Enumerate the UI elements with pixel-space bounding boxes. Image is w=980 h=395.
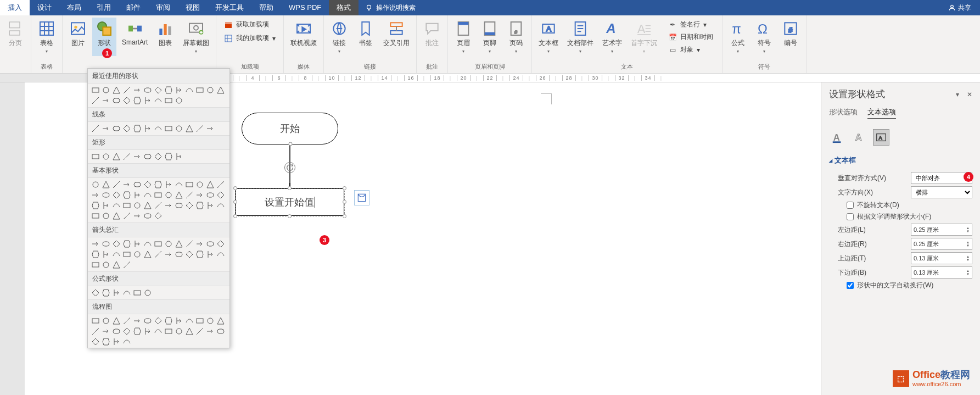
shape-gallery-item[interactable] bbox=[91, 152, 100, 162]
shape-gallery-item[interactable] bbox=[101, 288, 111, 298]
shape-gallery-item[interactable] bbox=[164, 152, 173, 162]
resize-handle-nw[interactable] bbox=[233, 186, 237, 190]
shape-gallery-item[interactable] bbox=[101, 152, 111, 162]
tab-references[interactable]: 引用 bbox=[89, 0, 119, 15]
shape-gallery-item[interactable] bbox=[153, 85, 163, 95]
shape-gallery-item[interactable] bbox=[205, 249, 215, 259]
shape-gallery-item[interactable] bbox=[216, 180, 226, 190]
shape-gallery-item[interactable] bbox=[143, 316, 153, 326]
object-button[interactable]: ▭对象▾ bbox=[665, 44, 716, 55]
section-textbox[interactable]: 文本框 bbox=[829, 155, 972, 165]
tab-view[interactable]: 视图 bbox=[178, 0, 208, 15]
shape-gallery-item[interactable] bbox=[153, 152, 163, 162]
shape-gallery-item[interactable] bbox=[184, 326, 194, 336]
shape-gallery-item[interactable] bbox=[122, 326, 132, 336]
shape-gallery-item[interactable] bbox=[101, 201, 111, 210]
shape-gallery-item[interactable] bbox=[216, 190, 226, 200]
shape-gallery-item[interactable] bbox=[122, 201, 132, 210]
layout-options-button[interactable] bbox=[354, 190, 369, 205]
resize-handle-n[interactable] bbox=[288, 186, 292, 190]
shape-gallery-item[interactable] bbox=[101, 190, 111, 200]
shape-gallery-item[interactable] bbox=[91, 211, 100, 221]
wordart-button[interactable]: A 艺术字 ▾ bbox=[599, 18, 625, 56]
margin-left-input[interactable]: 0.25 厘米▲▼ bbox=[911, 224, 972, 236]
shape-gallery-item[interactable] bbox=[91, 316, 100, 326]
shape-gallery-item[interactable] bbox=[164, 201, 173, 210]
shape-gallery-item[interactable] bbox=[164, 249, 173, 259]
shape-gallery-item[interactable] bbox=[174, 180, 184, 190]
shape-gallery-item[interactable] bbox=[132, 249, 142, 259]
shape-gallery-item[interactable] bbox=[122, 288, 132, 298]
tab-wpspdf[interactable]: WPS PDF bbox=[281, 0, 329, 15]
shape-gallery-item[interactable] bbox=[122, 85, 132, 95]
shape-gallery-item[interactable] bbox=[101, 249, 111, 259]
dropcap-button[interactable]: A 首字下沉 ▾ bbox=[628, 18, 660, 56]
shape-gallery-item[interactable] bbox=[184, 239, 194, 249]
shape-gallery-item[interactable] bbox=[101, 326, 111, 336]
shape-gallery-item[interactable] bbox=[164, 180, 173, 190]
shape-gallery-item[interactable] bbox=[216, 85, 226, 95]
crossref-button[interactable]: 交叉引用 bbox=[380, 18, 413, 50]
shape-gallery-item[interactable] bbox=[91, 180, 100, 190]
shape-gallery-item[interactable] bbox=[101, 96, 111, 105]
picture-button[interactable]: 图片 bbox=[66, 18, 90, 50]
shape-gallery-item[interactable] bbox=[101, 239, 111, 249]
footer-button[interactable]: 页脚 ▾ bbox=[478, 18, 502, 56]
shape-gallery-item[interactable] bbox=[111, 152, 121, 162]
shape-gallery-item[interactable] bbox=[132, 201, 142, 210]
shape-gallery-item[interactable] bbox=[195, 249, 205, 259]
shape-gallery-item[interactable] bbox=[91, 337, 100, 347]
shape-gallery-item[interactable] bbox=[153, 190, 163, 200]
tab-mail[interactable]: 邮件 bbox=[119, 0, 148, 15]
shape-gallery-item[interactable] bbox=[216, 239, 226, 249]
shape-gallery-item[interactable] bbox=[216, 316, 226, 326]
shape-gallery-item[interactable] bbox=[91, 326, 100, 336]
shape-gallery-item[interactable] bbox=[101, 337, 111, 347]
quickparts-button[interactable]: 文档部件 ▾ bbox=[564, 18, 597, 56]
shape-gallery-item[interactable] bbox=[153, 239, 163, 249]
shape-gallery-item[interactable] bbox=[153, 249, 163, 259]
shape-gallery-item[interactable] bbox=[91, 85, 100, 95]
shape-gallery-item[interactable] bbox=[111, 201, 121, 210]
tell-me-search[interactable]: 操作说明搜索 bbox=[359, 0, 422, 15]
shape-gallery-item[interactable] bbox=[132, 288, 142, 298]
tab-design[interactable]: 设计 bbox=[30, 0, 59, 15]
textbox-options-button[interactable]: A bbox=[873, 129, 889, 146]
margin-bottom-input[interactable]: 0.13 厘米▲▼ bbox=[911, 266, 972, 279]
shape-gallery-item[interactable] bbox=[153, 124, 163, 133]
text-fill-outline-button[interactable]: A bbox=[829, 129, 845, 146]
textbox-button[interactable]: A 文本框 ▾ bbox=[535, 18, 562, 56]
link-button[interactable]: 链接 ▾ bbox=[327, 18, 351, 56]
vert-align-select[interactable]: 中部对齐 bbox=[911, 172, 972, 184]
shape-gallery-item[interactable] bbox=[122, 96, 132, 105]
header-button[interactable]: 页眉 ▾ bbox=[451, 18, 475, 56]
shape-gallery-item[interactable] bbox=[122, 239, 132, 249]
chart-button[interactable]: 图表 bbox=[153, 18, 177, 50]
shape-gallery-item[interactable] bbox=[205, 316, 215, 326]
shape-gallery-item[interactable] bbox=[111, 85, 121, 95]
shape-gallery-item[interactable] bbox=[111, 190, 121, 200]
shape-gallery-item[interactable] bbox=[122, 337, 132, 347]
tab-insert[interactable]: 插入 bbox=[0, 0, 30, 15]
shape-gallery-item[interactable] bbox=[143, 96, 153, 105]
resize-handle-ne[interactable] bbox=[343, 186, 346, 190]
shape-gallery-item[interactable] bbox=[184, 85, 194, 95]
tab-format[interactable]: 格式 bbox=[329, 0, 359, 15]
tab-devtools[interactable]: 开发工具 bbox=[208, 0, 251, 15]
shape-gallery-item[interactable] bbox=[132, 326, 142, 336]
shape-gallery-item[interactable] bbox=[111, 337, 121, 347]
shape-gallery-item[interactable] bbox=[143, 180, 153, 190]
shape-gallery-item[interactable] bbox=[132, 152, 142, 162]
shape-gallery-item[interactable] bbox=[91, 190, 100, 200]
online-video-button[interactable]: 联机视频 bbox=[287, 18, 320, 50]
shape-gallery-item[interactable] bbox=[111, 260, 121, 270]
shape-gallery-item[interactable] bbox=[122, 260, 132, 270]
text-effects-button[interactable]: A bbox=[851, 129, 867, 146]
number-button[interactable]: # 编号 bbox=[779, 18, 803, 50]
shape-gallery-item[interactable] bbox=[195, 190, 205, 200]
shape-gallery-item[interactable] bbox=[174, 201, 184, 210]
signature-button[interactable]: ✒签名行▾ bbox=[665, 19, 716, 30]
tab-text-options[interactable]: 文本选项 bbox=[867, 107, 896, 119]
shape-gallery-item[interactable] bbox=[195, 326, 205, 336]
shape-gallery-item[interactable] bbox=[101, 85, 111, 95]
